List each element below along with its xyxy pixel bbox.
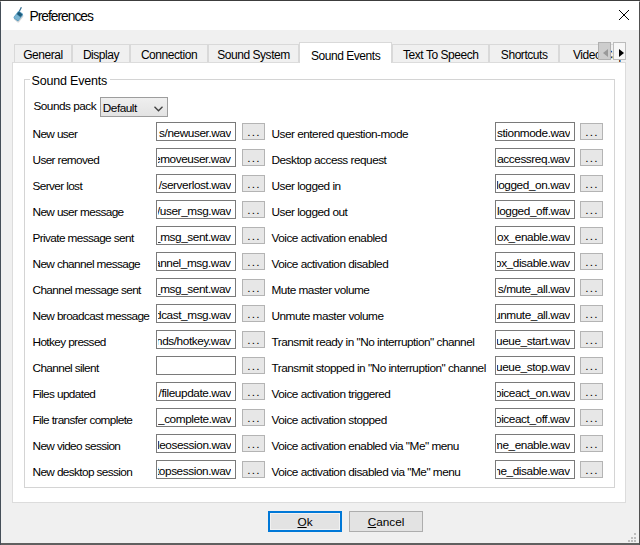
browse-button[interactable]: ... [580, 305, 603, 322]
browse-button[interactable]: ... [580, 331, 603, 348]
browse-button[interactable]: ... [580, 279, 603, 296]
sound-event-row: Transmit stopped in "No interruption" ch… [271, 356, 606, 374]
sound-event-label: Unmute master volume [272, 309, 384, 323]
scroll-tabs-left-button[interactable] [598, 42, 611, 60]
resize-grip-icon[interactable] [627, 533, 637, 543]
sound-event-label: Voice activation disabled [272, 257, 389, 271]
browse-button[interactable]: ... [580, 123, 603, 140]
tab-connection[interactable]: Connection [130, 44, 208, 62]
browse-button[interactable]: ... [242, 123, 265, 140]
sound-file-input[interactable] [495, 122, 575, 141]
browse-button[interactable]: ... [242, 435, 265, 452]
sound-event-label: Desktop access request [272, 153, 387, 167]
sound-file-input[interactable] [495, 356, 575, 375]
sound-file-input[interactable] [156, 226, 236, 245]
sound-event-row: User logged in ... [271, 174, 606, 192]
browse-button[interactable]: ... [580, 201, 603, 218]
sound-file-input[interactable] [495, 226, 575, 245]
browse-button[interactable]: ... [242, 409, 265, 426]
browse-button[interactable]: ... [580, 227, 603, 244]
sound-file-input[interactable] [156, 278, 236, 297]
browse-button[interactable]: ... [242, 461, 265, 478]
browse-button[interactable]: ... [580, 409, 603, 426]
sound-file-input[interactable] [156, 460, 236, 479]
sound-file-input[interactable] [495, 460, 575, 479]
grip-dot [631, 537, 633, 539]
sound-event-label: New video session [33, 439, 121, 453]
browse-button[interactable]: ... [242, 279, 265, 296]
sound-file-input[interactable] [156, 382, 236, 401]
sound-file-input[interactable] [495, 330, 575, 349]
mnemonic-underline: C [368, 515, 377, 529]
close-button[interactable] [613, 4, 637, 28]
sound-file-input[interactable] [156, 200, 236, 219]
sound-file-input[interactable] [495, 200, 575, 219]
sound-file-input[interactable] [495, 252, 575, 271]
sound-event-label: Transmit stopped in "No interruption" ch… [272, 361, 486, 375]
browse-button[interactable]: ... [580, 149, 603, 166]
browse-button[interactable]: ... [580, 435, 603, 452]
sound-event-row: File transfer complete ... [32, 408, 267, 426]
grip-dot [628, 540, 630, 542]
tab-label: Display [83, 48, 119, 62]
window-title: Preferences [30, 9, 93, 24]
browse-button[interactable]: ... [242, 305, 265, 322]
tabbar: GeneralDisplayConnectionSound SystemSoun… [0, 42, 626, 63]
sound-event-row: Hotkey pressed ... [32, 330, 267, 348]
tab-shortcuts[interactable]: Shortcuts [489, 44, 559, 62]
grip-dot [634, 540, 636, 542]
tab-general[interactable]: General [14, 44, 72, 62]
browse-button[interactable]: ... [242, 331, 265, 348]
sound-event-row: Desktop access request ... [271, 148, 606, 166]
browse-button[interactable]: ... [580, 461, 603, 478]
browse-button[interactable]: ... [580, 383, 603, 400]
cancel-button[interactable]: Cancel [349, 511, 423, 532]
browse-button[interactable]: ... [242, 253, 265, 270]
sounds-pack-combobox[interactable]: Default [100, 97, 168, 117]
browse-button[interactable]: ... [580, 253, 603, 270]
sound-file-input[interactable] [156, 304, 236, 323]
sound-file-input[interactable] [156, 122, 236, 141]
sound-event-label: Channel silent [33, 361, 99, 375]
browse-button[interactable]: ... [242, 357, 265, 374]
tab-label: General [23, 48, 63, 62]
sound-file-input[interactable] [495, 382, 575, 401]
tab-label: Text To Speech [403, 48, 479, 62]
sound-file-input[interactable] [495, 408, 575, 427]
sound-file-input[interactable] [495, 434, 575, 453]
sound-event-row: User removed ... [32, 148, 267, 166]
sound-file-input[interactable] [156, 408, 236, 427]
ok-button[interactable]: Ok [268, 511, 342, 532]
titlebar: Preferences [1, 1, 639, 30]
browse-button[interactable]: ... [242, 227, 265, 244]
sound-file-input[interactable] [156, 148, 236, 167]
sounds-pack-value: Default [103, 101, 137, 115]
tab-sound-system[interactable]: Sound System [208, 44, 299, 62]
tab-sound-events[interactable]: Sound Events [299, 42, 392, 63]
sound-file-input[interactable] [156, 252, 236, 271]
sound-file-input[interactable] [495, 304, 575, 323]
scroll-tabs-right-button[interactable] [613, 42, 626, 60]
arrow-right-icon [619, 49, 624, 57]
sound-event-row: User entered question-mode ... [271, 122, 606, 140]
browse-button[interactable]: ... [580, 357, 603, 374]
sound-event-label: New user [33, 127, 78, 141]
sound-file-input[interactable] [495, 174, 575, 193]
tab-display[interactable]: Display [72, 44, 130, 62]
sound-file-input[interactable] [156, 330, 236, 349]
sound-event-label: Voice activation triggered [272, 387, 391, 401]
sound-file-input[interactable] [156, 434, 236, 453]
browse-button[interactable]: ... [242, 201, 265, 218]
browse-button[interactable]: ... [242, 383, 265, 400]
browse-button[interactable]: ... [580, 175, 603, 192]
sound-file-input[interactable] [156, 174, 236, 193]
sound-file-input[interactable] [156, 356, 236, 375]
tab-text-to-speech[interactable]: Text To Speech [392, 44, 489, 62]
sound-file-input[interactable] [495, 148, 575, 167]
sound-event-row: New desktop session ... [32, 460, 267, 478]
browse-button[interactable]: ... [242, 149, 265, 166]
sound-event-row: Files updated ... [32, 382, 267, 400]
sound-file-input[interactable] [495, 278, 575, 297]
browse-button[interactable]: ... [242, 175, 265, 192]
sound-event-label: Mute master volume [272, 283, 370, 297]
